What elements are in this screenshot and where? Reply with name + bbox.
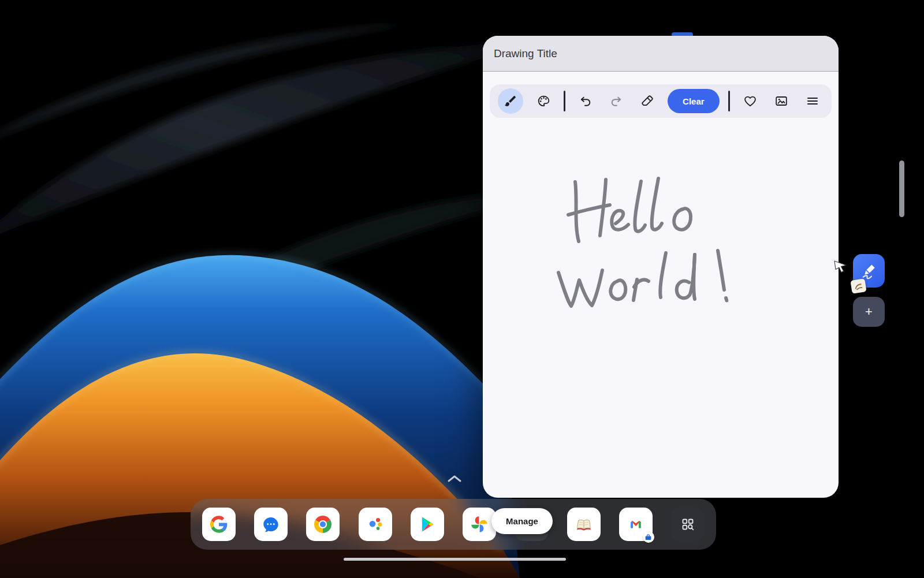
brush-icon (504, 94, 517, 108)
dock-app-google[interactable] (202, 508, 236, 541)
dock-app-chrome[interactable] (306, 508, 340, 541)
toolbar-divider (564, 91, 565, 111)
undo-button[interactable] (575, 90, 597, 112)
plus-label: + (865, 304, 873, 319)
palette-button[interactable] (532, 90, 554, 112)
insert-image-button[interactable] (770, 90, 792, 112)
image-icon (774, 94, 788, 108)
undo-icon (579, 94, 593, 108)
menu-icon (806, 94, 819, 108)
eraser-button[interactable] (636, 90, 658, 112)
messages-icon (261, 514, 281, 534)
dock-app-assistant[interactable] (359, 508, 392, 541)
dock-app-books[interactable] (567, 508, 601, 541)
play-store-icon (418, 514, 437, 534)
assistant-icon (366, 514, 385, 534)
dock-expand-caret[interactable] (446, 475, 463, 483)
dock-app-play-store[interactable] (411, 508, 444, 541)
doodle-icon (852, 281, 864, 292)
window-titlebar[interactable]: Drawing Title (483, 36, 839, 72)
toolbar-divider (728, 91, 730, 111)
dock-app-messages[interactable] (254, 508, 288, 541)
handwriting-hello-world (558, 178, 726, 306)
dock-app-search[interactable] (671, 508, 705, 541)
drawing-canvas[interactable] (483, 72, 839, 498)
chevron-up-icon (449, 476, 460, 481)
redo-icon (609, 94, 623, 108)
palette-icon (536, 94, 550, 108)
edge-scrollbar[interactable] (899, 161, 904, 217)
chrome-icon (312, 514, 333, 535)
google-icon (210, 516, 228, 533)
add-widget-button[interactable]: + (853, 297, 885, 327)
screen: Drawing Title (0, 0, 924, 578)
home-indicator[interactable] (344, 558, 566, 561)
menu-button[interactable] (802, 90, 824, 112)
gmail-icon (626, 514, 646, 534)
photos-icon (470, 514, 489, 534)
window-title: Drawing Title (494, 47, 557, 60)
eraser-icon (640, 94, 654, 108)
briefcase-icon (644, 534, 652, 541)
manage-button[interactable]: Manage (491, 508, 553, 534)
dock-app-photos[interactable] (463, 508, 496, 541)
app-search-icon (678, 514, 698, 534)
brush-tool-button[interactable] (498, 88, 523, 114)
favorite-button[interactable] (739, 90, 761, 112)
scribble-note-widget[interactable] (853, 254, 885, 288)
widget-sticker (850, 278, 866, 294)
clear-button[interactable]: Clear (668, 89, 720, 113)
work-profile-badge (643, 531, 654, 543)
redo-button[interactable] (605, 90, 627, 112)
drawing-app-window: Drawing Title (483, 36, 839, 498)
heart-icon (743, 94, 757, 108)
scribble-pen-icon (859, 260, 880, 281)
books-icon (573, 514, 594, 535)
drawing-toolbar: Clear (490, 84, 832, 118)
dock-app-gmail[interactable] (619, 508, 653, 541)
taskbar-dock (191, 499, 716, 550)
